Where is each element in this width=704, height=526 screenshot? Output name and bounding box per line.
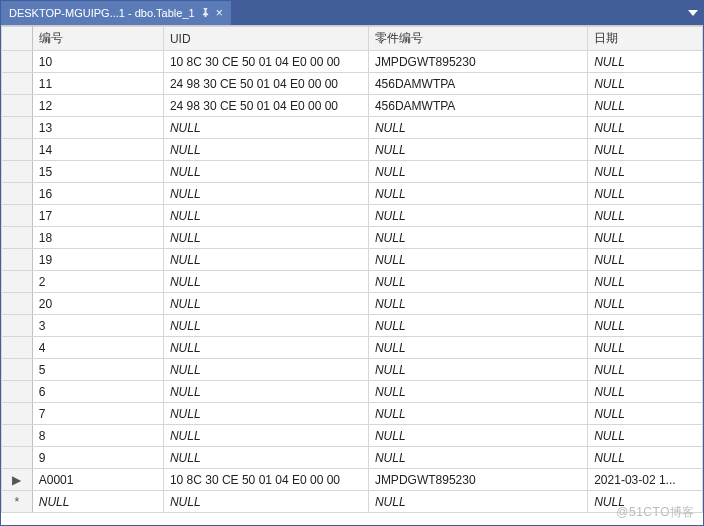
- table-row[interactable]: 18NULLNULLNULL: [2, 227, 703, 249]
- cell-part[interactable]: NULL: [368, 315, 587, 337]
- cell-uid[interactable]: NULL: [163, 425, 368, 447]
- cell-uid[interactable]: NULL: [163, 161, 368, 183]
- cell-uid[interactable]: NULL: [163, 117, 368, 139]
- cell-id[interactable]: 5: [32, 359, 163, 381]
- row-selector[interactable]: *: [2, 491, 33, 513]
- table-row[interactable]: 19NULLNULLNULL: [2, 249, 703, 271]
- cell-uid[interactable]: NULL: [163, 337, 368, 359]
- cell-date[interactable]: NULL: [588, 293, 703, 315]
- row-selector[interactable]: [2, 403, 33, 425]
- row-selector[interactable]: [2, 293, 33, 315]
- table-row[interactable]: 1010 8C 30 CE 50 01 04 E0 00 00JMPDGWT89…: [2, 51, 703, 73]
- column-header-part[interactable]: 零件编号: [368, 27, 587, 51]
- cell-id[interactable]: 19: [32, 249, 163, 271]
- row-selector[interactable]: [2, 315, 33, 337]
- cell-uid[interactable]: NULL: [163, 293, 368, 315]
- tab-overflow-button[interactable]: [683, 1, 703, 25]
- row-selector[interactable]: ▶: [2, 469, 33, 491]
- cell-part[interactable]: NULL: [368, 425, 587, 447]
- table-row[interactable]: 14NULLNULLNULL: [2, 139, 703, 161]
- table-row[interactable]: 5NULLNULLNULL: [2, 359, 703, 381]
- table-row[interactable]: 2NULLNULLNULL: [2, 271, 703, 293]
- cell-date[interactable]: NULL: [588, 95, 703, 117]
- row-selector[interactable]: [2, 161, 33, 183]
- cell-uid[interactable]: NULL: [163, 227, 368, 249]
- data-grid-scroll[interactable]: 编号 UID 零件编号 日期 1010 8C 30 CE 50 01 04 E0…: [1, 25, 703, 525]
- cell-id[interactable]: 3: [32, 315, 163, 337]
- row-selector[interactable]: [2, 205, 33, 227]
- cell-part[interactable]: NULL: [368, 205, 587, 227]
- cell-uid[interactable]: NULL: [163, 403, 368, 425]
- column-header-id[interactable]: 编号: [32, 27, 163, 51]
- table-row[interactable]: 7NULLNULLNULL: [2, 403, 703, 425]
- row-selector[interactable]: [2, 73, 33, 95]
- cell-id[interactable]: 11: [32, 73, 163, 95]
- row-selector[interactable]: [2, 51, 33, 73]
- cell-uid[interactable]: 10 8C 30 CE 50 01 04 E0 00 00: [163, 51, 368, 73]
- cell-id[interactable]: 12: [32, 95, 163, 117]
- cell-date[interactable]: NULL: [588, 161, 703, 183]
- cell-part[interactable]: NULL: [368, 117, 587, 139]
- table-row[interactable]: *NULLNULLNULLNULL: [2, 491, 703, 513]
- cell-id[interactable]: 2: [32, 271, 163, 293]
- cell-id[interactable]: 14: [32, 139, 163, 161]
- cell-part[interactable]: NULL: [368, 249, 587, 271]
- cell-uid[interactable]: NULL: [163, 183, 368, 205]
- row-selector[interactable]: [2, 271, 33, 293]
- table-row[interactable]: 8NULLNULLNULL: [2, 425, 703, 447]
- row-selector[interactable]: [2, 359, 33, 381]
- cell-uid[interactable]: 24 98 30 CE 50 01 04 E0 00 00: [163, 73, 368, 95]
- cell-part[interactable]: NULL: [368, 381, 587, 403]
- cell-uid[interactable]: NULL: [163, 381, 368, 403]
- cell-id[interactable]: 6: [32, 381, 163, 403]
- table-row[interactable]: 1124 98 30 CE 50 01 04 E0 00 00456DAMWTP…: [2, 73, 703, 95]
- cell-part[interactable]: NULL: [368, 271, 587, 293]
- row-selector[interactable]: [2, 117, 33, 139]
- cell-id[interactable]: NULL: [32, 491, 163, 513]
- cell-part[interactable]: NULL: [368, 227, 587, 249]
- cell-part[interactable]: NULL: [368, 139, 587, 161]
- cell-id[interactable]: 15: [32, 161, 163, 183]
- cell-id[interactable]: 16: [32, 183, 163, 205]
- close-icon[interactable]: ×: [216, 6, 223, 20]
- cell-date[interactable]: NULL: [588, 337, 703, 359]
- cell-uid[interactable]: NULL: [163, 249, 368, 271]
- table-row[interactable]: 1224 98 30 CE 50 01 04 E0 00 00456DAMWTP…: [2, 95, 703, 117]
- cell-part[interactable]: JMPDGWT895230: [368, 51, 587, 73]
- cell-part[interactable]: NULL: [368, 447, 587, 469]
- row-selector[interactable]: [2, 337, 33, 359]
- table-row[interactable]: 13NULLNULLNULL: [2, 117, 703, 139]
- row-selector[interactable]: [2, 381, 33, 403]
- cell-uid[interactable]: NULL: [163, 139, 368, 161]
- cell-date[interactable]: NULL: [588, 227, 703, 249]
- cell-date[interactable]: NULL: [588, 139, 703, 161]
- cell-uid[interactable]: NULL: [163, 271, 368, 293]
- cell-uid[interactable]: NULL: [163, 205, 368, 227]
- cell-id[interactable]: 4: [32, 337, 163, 359]
- cell-id[interactable]: 13: [32, 117, 163, 139]
- cell-id[interactable]: A0001: [32, 469, 163, 491]
- table-row[interactable]: 9NULLNULLNULL: [2, 447, 703, 469]
- cell-part[interactable]: NULL: [368, 161, 587, 183]
- cell-part[interactable]: JMPDGWT895230: [368, 469, 587, 491]
- table-row[interactable]: 3NULLNULLNULL: [2, 315, 703, 337]
- cell-uid[interactable]: NULL: [163, 447, 368, 469]
- cell-id[interactable]: 7: [32, 403, 163, 425]
- cell-id[interactable]: 18: [32, 227, 163, 249]
- cell-part[interactable]: 456DAMWTPA: [368, 95, 587, 117]
- cell-part[interactable]: NULL: [368, 359, 587, 381]
- pin-icon[interactable]: [201, 8, 210, 19]
- cell-date[interactable]: NULL: [588, 249, 703, 271]
- table-row[interactable]: 6NULLNULLNULL: [2, 381, 703, 403]
- cell-date[interactable]: NULL: [588, 183, 703, 205]
- cell-date[interactable]: NULL: [588, 117, 703, 139]
- cell-part[interactable]: NULL: [368, 403, 587, 425]
- cell-date[interactable]: NULL: [588, 271, 703, 293]
- row-selector[interactable]: [2, 183, 33, 205]
- column-header-uid[interactable]: UID: [163, 27, 368, 51]
- cell-date[interactable]: NULL: [588, 403, 703, 425]
- document-tab[interactable]: DESKTOP-MGUIPG...1 - dbo.Table_1 ×: [1, 1, 232, 25]
- cell-part[interactable]: NULL: [368, 337, 587, 359]
- cell-date[interactable]: NULL: [588, 425, 703, 447]
- table-row[interactable]: 4NULLNULLNULL: [2, 337, 703, 359]
